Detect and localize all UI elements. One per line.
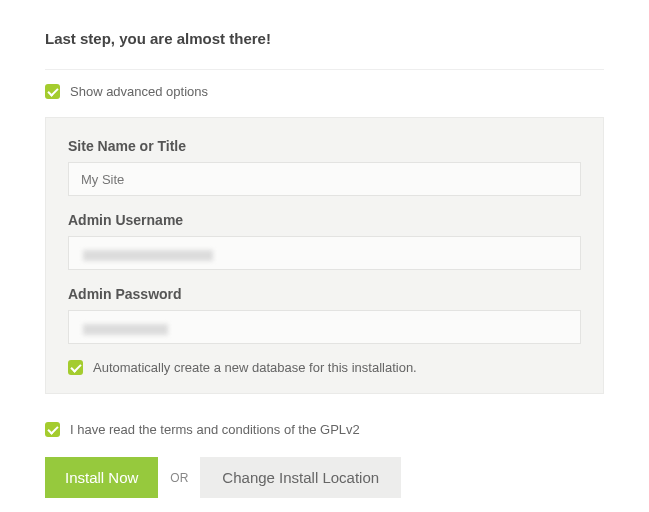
auto-create-db-label: Automatically create a new database for … xyxy=(93,360,417,375)
admin-password-group: Admin Password xyxy=(68,286,581,344)
divider xyxy=(45,69,604,70)
action-bar: Install Now OR Change Install Location xyxy=(45,457,604,498)
or-label: OR xyxy=(170,471,188,485)
install-settings-panel: Site Name or Title Admin Username Admin … xyxy=(45,117,604,394)
auto-create-db-option[interactable]: Automatically create a new database for … xyxy=(68,360,581,375)
show-advanced-option[interactable]: Show advanced options xyxy=(45,84,604,99)
install-now-button[interactable]: Install Now xyxy=(45,457,158,498)
redacted-value xyxy=(83,324,168,335)
admin-username-label: Admin Username xyxy=(68,212,581,228)
change-install-location-button[interactable]: Change Install Location xyxy=(200,457,401,498)
site-name-label: Site Name or Title xyxy=(68,138,581,154)
admin-username-input[interactable] xyxy=(68,236,581,270)
checkbox-icon[interactable] xyxy=(45,84,60,99)
checkbox-icon[interactable] xyxy=(45,422,60,437)
terms-label: I have read the terms and conditions of … xyxy=(70,422,360,437)
site-name-group: Site Name or Title xyxy=(68,138,581,196)
redacted-value xyxy=(83,250,213,261)
show-advanced-label: Show advanced options xyxy=(70,84,208,99)
page-title: Last step, you are almost there! xyxy=(45,30,604,47)
admin-password-input[interactable] xyxy=(68,310,581,344)
admin-password-label: Admin Password xyxy=(68,286,581,302)
admin-username-group: Admin Username xyxy=(68,212,581,270)
checkbox-icon[interactable] xyxy=(68,360,83,375)
site-name-input[interactable] xyxy=(68,162,581,196)
terms-option[interactable]: I have read the terms and conditions of … xyxy=(45,422,604,437)
